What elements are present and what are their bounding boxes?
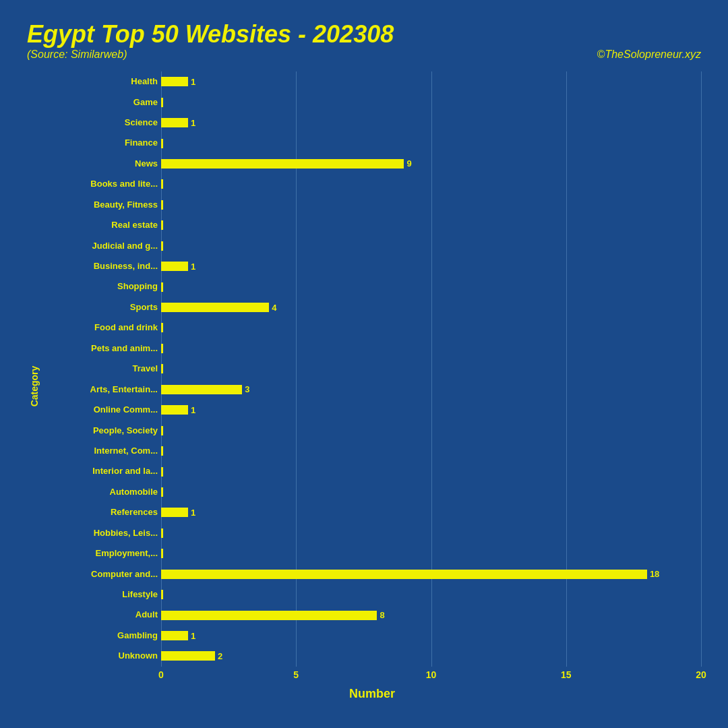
bar bbox=[161, 179, 163, 189]
bar bbox=[161, 159, 404, 169]
category-label: Game bbox=[43, 98, 158, 107]
bar-value-label: 18 bbox=[650, 569, 659, 579]
bar-row bbox=[161, 96, 701, 109]
bar-row bbox=[161, 363, 701, 375]
category-label: References bbox=[43, 508, 158, 517]
x-axis-label: Number bbox=[43, 687, 701, 701]
bar bbox=[161, 549, 163, 558]
bar bbox=[161, 303, 269, 312]
x-tick-label: 0 bbox=[158, 669, 164, 680]
bar bbox=[161, 262, 188, 271]
bar bbox=[161, 446, 163, 456]
category-label: Business, ind... bbox=[43, 262, 158, 271]
bar bbox=[161, 631, 188, 640]
bar-value-label: 2 bbox=[218, 651, 222, 661]
bar-value-label: 3 bbox=[245, 384, 249, 394]
category-label: Interior and la... bbox=[43, 466, 158, 476]
bar-row bbox=[161, 445, 701, 457]
category-label: Sports bbox=[43, 303, 158, 312]
bar bbox=[161, 611, 377, 620]
category-label: Internet, Com... bbox=[43, 446, 158, 456]
x-tick-label: 20 bbox=[696, 669, 706, 680]
bar bbox=[161, 282, 163, 292]
x-tick-label: 10 bbox=[426, 669, 437, 680]
chart-area: Category HealthGameScienceFinanceNewsBoo… bbox=[27, 71, 701, 701]
category-label: Lifestyle bbox=[43, 590, 158, 599]
category-label: Gambling bbox=[43, 631, 158, 640]
bar-row: 4 bbox=[161, 301, 701, 313]
bar-row bbox=[161, 281, 701, 293]
bar-row: 3 bbox=[161, 384, 701, 396]
category-label: People, Society bbox=[43, 426, 158, 435]
bar-value-label: 1 bbox=[191, 118, 195, 128]
bar bbox=[161, 487, 163, 497]
category-label: Adult bbox=[43, 610, 158, 619]
grid-line bbox=[701, 71, 702, 667]
bar-row: 8 bbox=[161, 609, 701, 621]
y-axis-label: Category bbox=[29, 366, 40, 407]
chart-header: Egypt Top 50 Websites - 202308 (Source: … bbox=[27, 20, 701, 61]
bar-value-label: 8 bbox=[380, 610, 384, 620]
bar-value-label: 1 bbox=[191, 77, 195, 87]
bar-row: 9 bbox=[161, 158, 701, 170]
bar-value-label: 1 bbox=[191, 262, 195, 272]
category-label: Automobile bbox=[43, 487, 158, 497]
bar bbox=[161, 241, 163, 251]
main-container: Egypt Top 50 Websites - 202308 (Source: … bbox=[0, 0, 728, 728]
bar bbox=[161, 200, 163, 210]
bar bbox=[161, 528, 163, 538]
category-label: Unknown bbox=[43, 651, 158, 661]
bar bbox=[161, 590, 163, 599]
category-label: Employment,... bbox=[43, 549, 158, 558]
category-label: Online Comm... bbox=[43, 405, 158, 415]
bar-row bbox=[161, 342, 701, 355]
x-tick-labels: 05101520 bbox=[161, 669, 701, 683]
bar-row bbox=[161, 486, 701, 498]
bars-rows: 1191431118812 bbox=[161, 71, 701, 667]
bar-row: 1 bbox=[161, 75, 701, 88]
bars-section: HealthGameScienceFinanceNewsBooks and li… bbox=[43, 71, 701, 667]
category-label: News bbox=[43, 159, 158, 169]
bar-row bbox=[161, 138, 701, 150]
category-label: Beauty, Fitness bbox=[43, 200, 158, 210]
bar-value-label: 1 bbox=[191, 405, 195, 415]
category-label: Food and drink bbox=[43, 323, 158, 332]
bar bbox=[161, 570, 647, 579]
bar-row: 1 bbox=[161, 404, 701, 416]
bar bbox=[161, 220, 163, 230]
bar bbox=[161, 139, 163, 148]
bar-row: 1 bbox=[161, 506, 701, 518]
bar-row: 1 bbox=[161, 260, 701, 272]
bar-row bbox=[161, 240, 701, 252]
bar bbox=[161, 98, 163, 107]
bar bbox=[161, 77, 188, 86]
bar-value-label: 4 bbox=[272, 303, 276, 313]
category-label: Shopping bbox=[43, 282, 158, 291]
bar bbox=[161, 118, 188, 127]
bars-and-grid: 1191431118812 bbox=[161, 71, 701, 667]
category-label: Health bbox=[43, 77, 158, 86]
chart-title: Egypt Top 50 Websites - 202308 bbox=[27, 20, 701, 49]
category-label: Finance bbox=[43, 138, 158, 148]
source-label: (Source: Similarweb) bbox=[27, 49, 127, 61]
bar bbox=[161, 344, 163, 353]
bar bbox=[161, 364, 163, 373]
category-label: Hobbies, Leis... bbox=[43, 528, 158, 538]
subtitle-row: (Source: Similarweb) ©TheSolopreneur.xyz bbox=[27, 49, 701, 61]
category-label: Science bbox=[43, 118, 158, 127]
category-label: Books and lite... bbox=[43, 179, 158, 189]
bar-row: 1 bbox=[161, 630, 701, 642]
bar-value-label: 9 bbox=[406, 158, 411, 169]
bar-row bbox=[161, 199, 701, 211]
bar-row: 1 bbox=[161, 117, 701, 129]
bar-row bbox=[161, 322, 701, 334]
category-label: Real estate bbox=[43, 220, 158, 230]
x-axis-section: 05101520 Number bbox=[43, 669, 701, 701]
bar-value-label: 1 bbox=[191, 631, 195, 641]
chart-body: HealthGameScienceFinanceNewsBooks and li… bbox=[43, 71, 701, 701]
bar-row: 18 bbox=[161, 568, 701, 580]
bar bbox=[161, 467, 163, 477]
bar bbox=[161, 651, 215, 661]
category-label: Pets and anim... bbox=[43, 344, 158, 353]
bar bbox=[161, 508, 188, 517]
